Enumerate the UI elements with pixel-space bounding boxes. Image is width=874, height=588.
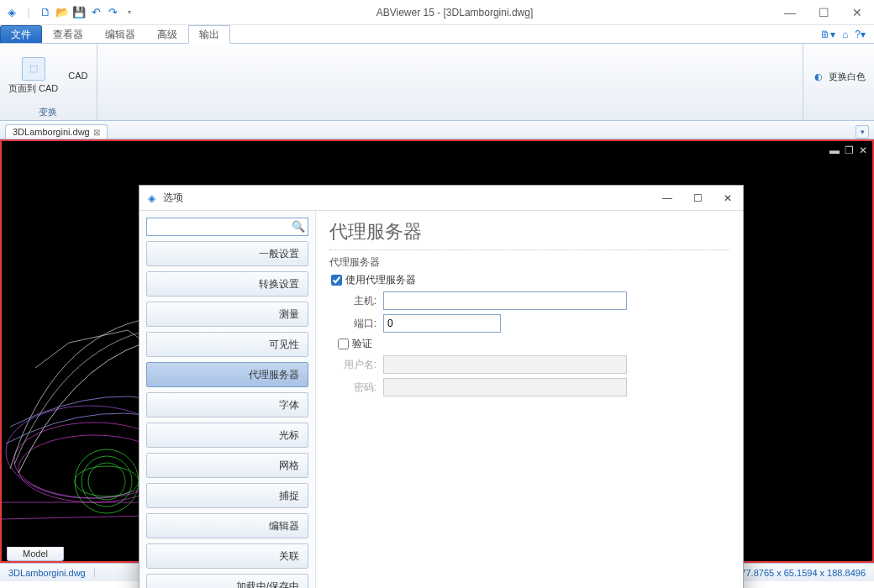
- viewport-controls: ▬ ❐ ✕: [829, 144, 867, 156]
- page-to-cad-button[interactable]: ⬚ 页面到 CAD: [8, 57, 58, 95]
- quick-access-toolbar: ◈ | 🗋 📂 💾 ↶ ↷ ▾: [0, 6, 136, 19]
- cat-loadsave[interactable]: 加载中/保存中: [146, 574, 308, 588]
- dialog-title: 选项: [163, 191, 652, 205]
- ribbon-group-right: ◐ 更换白色: [803, 44, 874, 120]
- auth-label: 验证: [352, 337, 372, 351]
- svg-point-4: [82, 456, 132, 507]
- doc-tabs-dropdown-icon[interactable]: ▾: [856, 125, 869, 139]
- password-input: [383, 378, 627, 396]
- swap-white-button[interactable]: ◐ 更换白色: [812, 71, 866, 84]
- port-input[interactable]: [383, 314, 501, 333]
- ribbon-tabs: 文件 查看器 编辑器 高级 输出 🗎▾ ⌂ ?▾: [0, 25, 874, 44]
- tab-output[interactable]: 输出: [188, 25, 230, 44]
- dialog-maximize-button[interactable]: ☐: [682, 186, 713, 211]
- use-proxy-checkbox[interactable]: [331, 275, 342, 286]
- ribbon-group-convert: ⬚ 页面到 CAD CAD 变换: [0, 44, 97, 120]
- window-title: ABViewer 15 - [3DLamborgini.dwg]: [136, 7, 773, 18]
- dialog-titlebar: ◈ 选项 — ☐ ✕: [140, 186, 743, 211]
- close-icon[interactable]: ⊠: [93, 128, 100, 137]
- vp-close-icon[interactable]: ✕: [859, 144, 867, 156]
- workspace: ▬ ❐ ✕ Model: [0, 139, 874, 563]
- dialog-minimize-button[interactable]: —: [652, 186, 682, 211]
- window-controls: — ☐ ✕: [773, 0, 874, 25]
- undo-icon[interactable]: ↶: [89, 6, 103, 19]
- cat-conversion[interactable]: 转换设置: [146, 271, 308, 297]
- maximize-button[interactable]: ☐: [807, 0, 840, 25]
- cad-label: CAD: [68, 71, 87, 81]
- search-icon[interactable]: 🔍: [292, 220, 305, 234]
- svg-point-6: [75, 466, 139, 496]
- tab-editor[interactable]: 编辑器: [94, 25, 146, 43]
- host-label: 主机:: [329, 294, 376, 308]
- titlebar: ◈ | 🗋 📂 💾 ↶ ↷ ▾ ABViewer 15 - [3DLamborg…: [0, 0, 874, 25]
- qat-sep: |: [22, 6, 35, 19]
- dialog-panel: 代理服务器 代理服务器 使用代理服务器 主机: 端口:: [316, 211, 743, 588]
- cat-cursor[interactable]: 光标: [146, 423, 308, 448]
- password-label: 密码:: [329, 381, 376, 395]
- cat-visibility[interactable]: 可见性: [146, 332, 308, 357]
- host-input[interactable]: [383, 291, 627, 310]
- panel-heading: 代理服务器: [329, 219, 729, 250]
- page-to-cad-label: 页面到 CAD: [8, 82, 58, 95]
- cat-editor[interactable]: 编辑器: [146, 513, 308, 538]
- swap-white-label: 更换白色: [829, 71, 866, 83]
- use-proxy-label: 使用代理服务器: [345, 273, 416, 287]
- proxy-fieldset: 代理服务器 使用代理服务器 主机: 端口: 验: [329, 255, 729, 396]
- status-file: 3DLamborgini.dwg: [0, 568, 95, 578]
- cat-proxy[interactable]: 代理服务器: [146, 362, 308, 387]
- tab-advanced[interactable]: 高级: [146, 25, 188, 43]
- cat-measure[interactable]: 测量: [146, 302, 308, 327]
- document-tab-label: 3DLamborgini.dwg: [13, 127, 90, 137]
- qat-dropdown-icon[interactable]: ▾: [123, 6, 136, 19]
- svg-point-3: [75, 449, 139, 513]
- dialog-icon: ◈: [145, 192, 158, 205]
- tab-viewer[interactable]: 查看器: [42, 25, 94, 43]
- vp-minimize-icon[interactable]: ▬: [829, 144, 840, 156]
- username-input: [383, 355, 627, 374]
- document-tabs: 3DLamborgini.dwg ⊠ ▾: [0, 121, 874, 139]
- new-icon[interactable]: 🗋: [39, 6, 52, 19]
- group-convert-label: 变换: [39, 104, 57, 118]
- cad-button[interactable]: CAD: [68, 71, 87, 81]
- save-icon[interactable]: 💾: [72, 6, 86, 19]
- redo-icon[interactable]: ↷: [106, 6, 119, 19]
- auth-checkbox[interactable]: [338, 339, 349, 349]
- model-tabs: Model: [7, 547, 64, 561]
- dialog-sidebar: 🔍 一般设置 转换设置 测量 可见性 代理服务器 字体 光标 网格 捕捉 编辑器…: [140, 211, 316, 588]
- help-icon[interactable]: ?▾: [855, 29, 866, 40]
- page-to-cad-icon: ⬚: [22, 57, 45, 81]
- cat-snap[interactable]: 捕捉: [146, 483, 308, 508]
- port-label: 端口:: [329, 317, 376, 331]
- proxy-group-label: 代理服务器: [329, 255, 729, 270]
- cat-assoc[interactable]: 关联: [146, 543, 308, 569]
- username-label: 用户名:: [329, 358, 376, 372]
- swap-white-icon: ◐: [812, 71, 825, 84]
- cat-grid[interactable]: 网格: [146, 453, 308, 478]
- options-dialog: ◈ 选项 — ☐ ✕ 🔍 一般设置 转换设置 测量 可见性 代理服务器 字体 光…: [139, 185, 744, 588]
- doc-dropdown-icon[interactable]: 🗎▾: [820, 29, 835, 40]
- document-tab[interactable]: 3DLamborgini.dwg ⊠: [5, 124, 108, 139]
- dialog-close-button[interactable]: ✕: [713, 186, 743, 211]
- close-button[interactable]: ✕: [840, 0, 874, 25]
- minimize-button[interactable]: —: [773, 0, 807, 25]
- svg-point-5: [88, 463, 125, 500]
- cat-general[interactable]: 一般设置: [146, 241, 308, 266]
- vp-restore-icon[interactable]: ❐: [845, 144, 854, 156]
- tab-file[interactable]: 文件: [0, 25, 42, 43]
- model-tab[interactable]: Model: [7, 547, 64, 561]
- ribbon-help-area: 🗎▾ ⌂ ?▾: [820, 25, 874, 43]
- open-icon[interactable]: 📂: [55, 6, 69, 19]
- dialog-search: 🔍: [146, 218, 308, 236]
- status-dims: 177.8765 x 65.1594 x 188.8496: [727, 568, 874, 578]
- ribbon: ⬚ 页面到 CAD CAD 变换 ◐ 更换白色: [0, 44, 874, 121]
- search-input[interactable]: [146, 218, 308, 236]
- home-icon[interactable]: ⌂: [842, 29, 848, 40]
- app-icon: ◈: [5, 6, 18, 19]
- cat-font[interactable]: 字体: [146, 392, 308, 417]
